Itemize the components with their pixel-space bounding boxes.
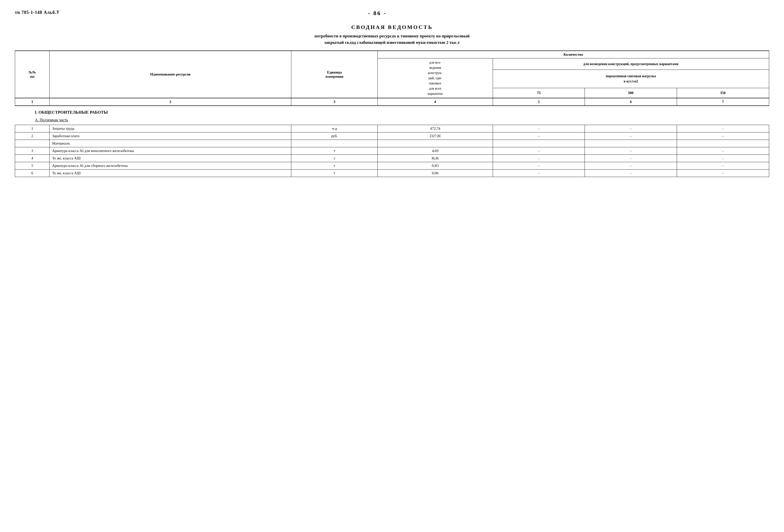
table-row: 6 То же, класса АШ т 0,06 - - - <box>15 170 769 177</box>
index-2: 2 <box>50 98 291 106</box>
materials-label-row: Материалн. <box>15 140 769 147</box>
row6-qty2: - <box>493 170 585 177</box>
table-row: 3 Арматура класса АI для монолитного жел… <box>15 147 769 155</box>
row3-unit: т <box>291 147 378 155</box>
row3-qty3: - <box>585 147 677 155</box>
subtitle-line2: закрытый склад слабопылящей известняково… <box>324 40 460 45</box>
table-row: 2 Заработная плата руб. I327,8I - - - <box>15 132 769 140</box>
subtitle-line1: потребности в производственных ресурсах … <box>314 34 469 38</box>
row6-name: То же, класса АШ <box>50 170 291 177</box>
row5-qty1: 0,IO <box>377 162 493 170</box>
table-header-row: №№пп Наименование ресурсов Единицаизмере… <box>15 51 769 58</box>
index-4: 4 <box>377 98 493 106</box>
materials-label-text: Материалн. <box>50 140 291 147</box>
page-header: тп 705-1-148 Альб.У - 86 - <box>15 10 769 17</box>
row5-name: Арматура класса АI для сборного железобе… <box>50 162 291 170</box>
title-section: СВОДНАЯ ВЕДОМОСТЬ потребности в производ… <box>15 24 769 46</box>
materials-label-unit <box>291 140 378 147</box>
index-7: 7 <box>677 98 769 106</box>
index-3: 3 <box>291 98 378 106</box>
row4-qty4: - <box>677 155 769 162</box>
row1-unit: ч-д <box>291 125 378 132</box>
row6-unit: т <box>291 170 378 177</box>
col-75-header: 75 <box>493 88 585 98</box>
row1-qty1: 472,74 <box>377 125 493 132</box>
materials-label-qty4 <box>677 140 769 147</box>
row4-qty2: - <box>493 155 585 162</box>
row2-num: 2 <box>15 132 50 140</box>
row4-num: 4 <box>15 155 50 162</box>
subtitle: потребности в производственных ресурсах … <box>15 33 769 46</box>
row1-qty3: - <box>585 125 677 132</box>
table-index-row: I 2 3 4 5 6 7 <box>15 98 769 106</box>
row4-qty1: I6,I6 <box>377 155 493 162</box>
snow-load-header: нормативная снеговая нагрузкав кгс/см2 <box>493 69 769 88</box>
index-1: I <box>15 98 50 106</box>
main-table: №№пп Наименование ресурсов Единицаизмере… <box>15 51 769 177</box>
row1-qty4: - <box>677 125 769 132</box>
col-100-header: I00 <box>585 88 677 98</box>
row5-num: 5 <box>15 162 50 170</box>
row5-qty2: - <box>493 162 585 170</box>
row6-qty1: 0,06 <box>377 170 493 177</box>
row2-name: Заработная плата <box>50 132 291 140</box>
row1-num: I <box>15 125 50 132</box>
section-header-text: I. ОБЩЕСТРОИТЕЛЬНЫЕ РАБОТЫ <box>15 106 769 117</box>
materials-label-num <box>15 140 50 147</box>
row6-qty4: - <box>677 170 769 177</box>
col-150-header: I50 <box>677 88 769 98</box>
row3-num: 3 <box>15 147 50 155</box>
row3-qty2: - <box>493 147 585 155</box>
index-5: 5 <box>493 98 585 106</box>
col-num-header: №№пп <box>15 51 50 98</box>
col-name-header: Наименование ресурсов <box>50 51 291 98</box>
materials-label-qty2 <box>493 140 585 147</box>
col-unit-header: Единицаизмерения <box>291 51 378 98</box>
row6-num: 6 <box>15 170 50 177</box>
row1-name: Затраты труда <box>50 125 291 132</box>
page-number: - 86 - <box>60 10 695 17</box>
table-row: I Затраты труда ч-д 472,74 - - - <box>15 125 769 132</box>
section-header-row: I. ОБЩЕСТРОИТЕЛЬНЫЕ РАБОТЫ <box>15 106 769 117</box>
row4-qty3: - <box>585 155 677 162</box>
row2-qty4: - <box>677 132 769 140</box>
col-qty1-header: для воз-веденияконструк-ций, оди-наковых… <box>377 58 493 98</box>
row6-qty3: - <box>585 170 677 177</box>
table-row: 4 То же, класса АШ т I6,I6 - - - <box>15 155 769 162</box>
row5-qty4: - <box>677 162 769 170</box>
qty-main-header: Количество <box>377 51 769 58</box>
index-6: 6 <box>585 98 677 106</box>
materials-label-qty3 <box>585 140 677 147</box>
row2-qty3: - <box>585 132 677 140</box>
row3-qty1: 4,69 <box>377 147 493 155</box>
table-row: 5 Арматура класса АI для сборного железо… <box>15 162 769 170</box>
row3-name: Арматура класса АI для монолитного желез… <box>50 147 291 155</box>
row5-unit: т <box>291 162 378 170</box>
row2-qty2: - <box>493 132 585 140</box>
materials-label-qty1 <box>377 140 493 147</box>
row2-qty1: I327,8I <box>377 132 493 140</box>
subsection-header-text: А. Подземная часть <box>15 117 769 125</box>
row5-qty3: - <box>585 162 677 170</box>
row1-qty2: - <box>493 125 585 132</box>
subsection-header-row: А. Подземная часть <box>15 117 769 125</box>
row2-unit: руб. <box>291 132 378 140</box>
row3-qty4: - <box>677 147 769 155</box>
doc-reference: тп 705-1-148 Альб.У <box>15 10 60 15</box>
row4-unit: т <box>291 155 378 162</box>
col-variants-header: для возведения конструкций, предусмотрен… <box>493 58 769 70</box>
row4-name: То же, класса АШ <box>50 155 291 162</box>
main-title: СВОДНАЯ ВЕДОМОСТЬ <box>15 24 769 30</box>
